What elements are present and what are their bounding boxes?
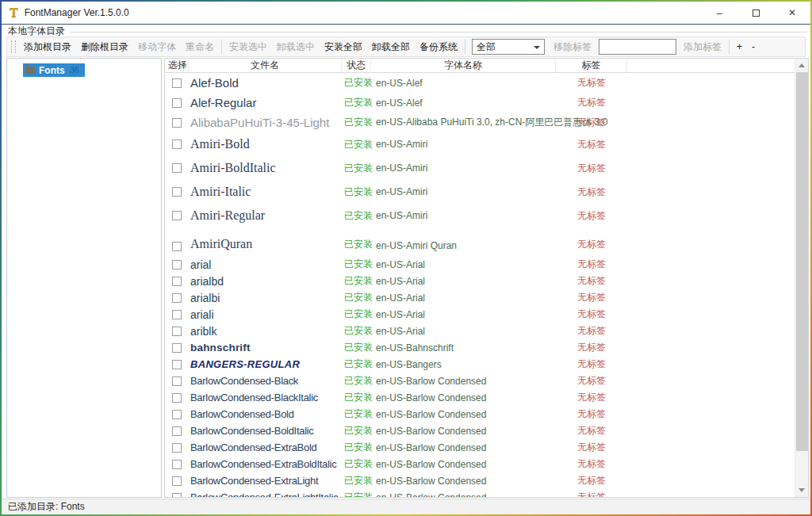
font-name-cell: en-US-Amiri bbox=[371, 162, 556, 174]
row-select-cell bbox=[165, 460, 189, 469]
uninstall-all-button[interactable]: 卸载全部 bbox=[367, 38, 415, 55]
row-checkbox[interactable] bbox=[172, 163, 182, 173]
sidebar-item-fonts[interactable]: Fonts 36 bbox=[23, 63, 85, 77]
row-checkbox[interactable] bbox=[172, 277, 182, 286]
chevron-down-icon bbox=[534, 46, 540, 49]
table-row[interactable]: BANGERS-REGULAR 已安装 en-US-Bangers 无标签 bbox=[165, 356, 795, 373]
file-name-cell: Alef-Regular bbox=[189, 96, 342, 109]
table-row[interactable]: bahnschrift 已安装 en-US-Bahnschrift 无标签 bbox=[165, 339, 795, 356]
scrollbar-thumb[interactable] bbox=[796, 72, 808, 451]
table-row[interactable]: arialbi 已安装 en-US-Arial 无标签 bbox=[165, 289, 795, 306]
row-checkbox[interactable] bbox=[172, 260, 182, 269]
row-checkbox[interactable] bbox=[172, 460, 182, 469]
table-row[interactable]: BarlowCondensed-ExtraBoldItalic 已安装 en-U… bbox=[165, 456, 795, 472]
close-button[interactable]: ✕ bbox=[774, 2, 810, 24]
scroll-down-button[interactable] bbox=[795, 484, 808, 497]
table-row[interactable]: arialbd 已安装 en-US-Arial 无标签 bbox=[165, 273, 795, 289]
table-row[interactable]: BarlowCondensed-BlackItalic 已安装 en-US-Ba… bbox=[165, 389, 795, 406]
row-select-cell bbox=[165, 293, 189, 303]
directory-tree-panel: Fonts 36 bbox=[6, 58, 162, 498]
uninstall-selected-button[interactable]: 卸载选中 bbox=[272, 38, 320, 55]
add-tag-button[interactable]: 添加标签 bbox=[679, 38, 726, 55]
file-name-cell: BarlowCondensed-Bold bbox=[189, 408, 342, 420]
tag-filter-dropdown[interactable]: 全部 bbox=[472, 39, 545, 55]
table-row[interactable]: arial 已安装 en-US-Arial 无标签 bbox=[165, 256, 795, 273]
status-cell: 已安装 bbox=[342, 491, 371, 497]
row-checkbox[interactable] bbox=[172, 187, 182, 197]
install-selected-button[interactable]: 安装选中 bbox=[224, 38, 272, 55]
row-checkbox[interactable] bbox=[172, 242, 182, 251]
table-row[interactable]: Amiri-Bold 已安装 en-US-Amiri 无标签 bbox=[165, 132, 795, 156]
table-row[interactable]: ariali 已安装 en-US-Arial 无标签 bbox=[165, 306, 795, 323]
table-row[interactable]: BarlowCondensed-ExtraLight 已安装 en-US-Bar… bbox=[165, 472, 795, 489]
move-font-button[interactable]: 移动字体 bbox=[133, 38, 181, 55]
app-window: T FontManager Ver.1.5.0.0 – ✕ 本地字体目录 添加根… bbox=[0, 0, 812, 516]
table-row[interactable]: AmiriQuran 已安装 en-US-Amiri Quran 无标签 bbox=[165, 227, 795, 256]
row-select-cell bbox=[165, 410, 189, 419]
row-checkbox[interactable] bbox=[172, 98, 182, 108]
tag-name-input[interactable] bbox=[599, 39, 676, 55]
row-checkbox[interactable] bbox=[172, 310, 182, 319]
table-row[interactable]: BarlowCondensed-Bold 已安装 en-US-Barlow Co… bbox=[165, 406, 795, 422]
column-header-tag[interactable]: 标签 bbox=[556, 59, 627, 72]
font-name-cell: en-US-Amiri bbox=[371, 139, 556, 150]
delete-root-dir-button[interactable]: 删除根目录 bbox=[76, 38, 133, 55]
minimize-button[interactable]: – bbox=[701, 2, 737, 24]
tag-cell: 无标签 bbox=[556, 76, 627, 90]
maximize-button[interactable] bbox=[737, 2, 774, 24]
row-checkbox[interactable] bbox=[172, 376, 182, 386]
row-checkbox[interactable] bbox=[172, 393, 182, 403]
status-cell: 已安装 bbox=[342, 76, 371, 90]
install-all-button[interactable]: 安装全部 bbox=[320, 38, 367, 55]
row-checkbox[interactable] bbox=[172, 78, 182, 88]
table-row[interactable]: AlibabaPuHuiTi-3-45-Light 已安装 en-US-Alib… bbox=[165, 113, 795, 132]
add-root-dir-button[interactable]: 添加根目录 bbox=[19, 38, 76, 55]
row-checkbox[interactable] bbox=[172, 426, 182, 436]
rename-button[interactable]: 重命名 bbox=[181, 38, 219, 55]
table-row[interactable]: Alef-Bold 已安装 en-US-Alef 无标签 bbox=[165, 73, 795, 93]
table-row[interactable]: Amiri-BoldItalic 已安装 en-US-Amiri 无标签 bbox=[165, 156, 795, 180]
status-cell: 已安装 bbox=[342, 291, 371, 304]
group-label: 本地字体目录 bbox=[8, 26, 65, 36]
file-name-cell: Amiri-Regular bbox=[189, 208, 342, 223]
file-name-cell: BarlowCondensed-BlackItalic bbox=[189, 392, 342, 403]
row-select-cell bbox=[165, 277, 189, 286]
table-row[interactable]: BarlowCondensed-ExtraBold 已安装 en-US-Barl… bbox=[165, 439, 795, 456]
row-checkbox[interactable] bbox=[172, 343, 182, 353]
row-checkbox[interactable] bbox=[172, 327, 182, 336]
file-name-cell: AlibabaPuHuiTi-3-45-Light bbox=[189, 116, 342, 129]
font-name-cell: en-US-Amiri Quran bbox=[371, 240, 556, 251]
file-name-cell: BarlowCondensed-ExtraBold bbox=[189, 441, 342, 453]
row-checkbox[interactable] bbox=[172, 293, 182, 303]
zoom-out-button[interactable]: - bbox=[747, 38, 760, 55]
table-row[interactable]: BarlowCondensed-BoldItalic 已安装 en-US-Bar… bbox=[165, 422, 795, 439]
toolbar-grip-icon[interactable] bbox=[11, 40, 16, 53]
row-checkbox[interactable] bbox=[172, 118, 182, 128]
row-select-cell bbox=[165, 327, 189, 336]
row-checkbox[interactable] bbox=[172, 493, 182, 498]
vertical-scrollbar[interactable] bbox=[795, 59, 808, 497]
table-row[interactable]: Amiri-Italic 已安装 en-US-Amiri 无标签 bbox=[165, 180, 795, 204]
column-header-filename[interactable]: 文件名 bbox=[189, 59, 342, 72]
row-checkbox[interactable] bbox=[172, 360, 182, 369]
table-row[interactable]: BarlowCondensed-Black 已安装 en-US-Barlow C… bbox=[165, 373, 795, 389]
row-checkbox[interactable] bbox=[172, 410, 182, 419]
backup-system-button[interactable]: 备份系统 bbox=[415, 38, 462, 55]
column-header-select[interactable]: 选择 bbox=[165, 59, 189, 72]
zoom-in-button[interactable]: + bbox=[732, 38, 747, 55]
remove-tag-button[interactable]: 移除标签 bbox=[549, 38, 596, 55]
column-header-status[interactable]: 状态 bbox=[342, 59, 371, 72]
row-checkbox[interactable] bbox=[172, 140, 182, 149]
row-checkbox[interactable] bbox=[172, 211, 182, 220]
column-header-fontname[interactable]: 字体名称 bbox=[371, 59, 556, 72]
table-row[interactable]: BarlowCondensed-ExtraLightItalic 已安装 en-… bbox=[165, 489, 795, 497]
file-name-cell: arialbi bbox=[189, 292, 342, 304]
tag-cell: 无标签 bbox=[556, 324, 627, 338]
scroll-up-button[interactable] bbox=[795, 59, 808, 72]
tag-cell: 无标签 bbox=[556, 258, 627, 271]
table-row[interactable]: Amiri-Regular 已安装 en-US-Amiri 无标签 bbox=[165, 204, 795, 227]
table-row[interactable]: ariblk 已安装 en-US-Arial 无标签 bbox=[165, 323, 795, 339]
table-row[interactable]: Alef-Regular 已安装 en-US-Alef 无标签 bbox=[165, 93, 795, 113]
row-checkbox[interactable] bbox=[172, 443, 182, 453]
row-checkbox[interactable] bbox=[172, 476, 182, 486]
